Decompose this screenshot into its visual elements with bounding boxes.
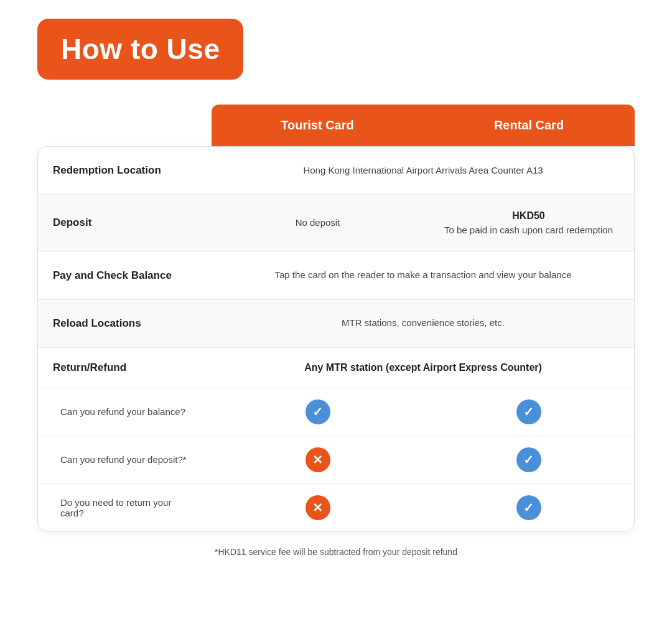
- deposit-content: No deposit HKD50 To be paid in cash upon…: [212, 195, 634, 251]
- page-title: How to Use: [61, 32, 220, 66]
- sub-row-0-tourist: ✓: [212, 388, 423, 436]
- deposit-rental-sub: To be paid in cash upon card redemption: [444, 223, 613, 238]
- redemption-content: Hong Kong International Airport Arrivals…: [212, 147, 634, 194]
- footer-note: *HKD11 service fee will be subtracted fr…: [37, 547, 635, 557]
- deposit-rental-bold: HKD50: [512, 208, 544, 223]
- deposit-label: Deposit: [38, 195, 212, 251]
- check-icon: ✓: [516, 399, 541, 424]
- sub-row-0-rental: ✓: [423, 388, 634, 436]
- sub-row-0-label: Can you refund your balance?: [38, 394, 212, 429]
- sub-row-1-rental: ✓: [423, 436, 634, 483]
- sub-row-2: Do you need to return your card? ✕ ✓: [38, 484, 634, 531]
- check-icon: ✓: [306, 399, 330, 424]
- reload-value: MTR stations, convenience stories, etc.: [212, 302, 634, 344]
- sub-row-1-content: ✕ ✓: [212, 436, 634, 483]
- redemption-label: Redemption Location: [38, 147, 212, 194]
- sub-row-1-tourist: ✕: [212, 436, 423, 483]
- reload-row: Reload Locations MTR stations, convenien…: [38, 300, 634, 348]
- redemption-row: Redemption Location Hong Kong Internatio…: [38, 147, 634, 195]
- rental-card-header: Rental Card: [423, 105, 635, 146]
- main-card: Redemption Location Hong Kong Internatio…: [37, 146, 635, 532]
- return-refund-text: Any MTR station (except Airport Express …: [304, 362, 542, 373]
- tourist-card-header: Tourist Card: [212, 105, 423, 146]
- pay-balance-value: Tap the card on the reader to make a tra…: [212, 254, 634, 296]
- comparison-table: Tourist Card Rental Card Redemption Loca…: [37, 105, 635, 557]
- return-refund-label: Return/Refund: [38, 348, 212, 388]
- deposit-tourist-value: No deposit: [212, 202, 423, 244]
- sub-row-0: Can you refund your balance? ✓ ✓: [38, 388, 634, 436]
- cross-icon: ✕: [306, 495, 330, 520]
- sub-row-2-label: Do you need to return your card?: [38, 485, 212, 531]
- check-icon: ✓: [516, 447, 541, 472]
- sub-row-0-content: ✓ ✓: [212, 388, 634, 436]
- cross-icon: ✕: [306, 447, 330, 472]
- deposit-rental-value: HKD50 To be paid in cash upon card redem…: [423, 195, 634, 251]
- sub-row-2-rental: ✓: [423, 484, 634, 531]
- pay-balance-row: Pay and Check Balance Tap the card on th…: [38, 252, 634, 300]
- check-icon: ✓: [516, 495, 541, 520]
- redemption-value: Hong Kong International Airport Arrivals…: [212, 150, 634, 192]
- sub-row-2-content: ✕ ✓: [212, 484, 634, 531]
- sub-row-1: Can you refund your deposit?* ✕ ✓: [38, 436, 634, 484]
- deposit-row: Deposit No deposit HKD50 To be paid in c…: [38, 195, 634, 252]
- column-headers: Tourist Card Rental Card: [212, 105, 635, 146]
- reload-content: MTR stations, convenience stories, etc.: [212, 300, 634, 347]
- return-refund-value: Any MTR station (except Airport Express …: [212, 348, 634, 387]
- sub-row-2-tourist: ✕: [212, 484, 423, 531]
- return-refund-header-row: Return/Refund Any MTR station (except Ai…: [38, 348, 634, 388]
- reload-label: Reload Locations: [38, 300, 212, 347]
- sub-row-1-label: Can you refund your deposit?*: [38, 442, 212, 477]
- pay-balance-label: Pay and Check Balance: [38, 252, 212, 299]
- header-badge: How to Use: [37, 19, 243, 80]
- pay-balance-content: Tap the card on the reader to make a tra…: [212, 252, 634, 299]
